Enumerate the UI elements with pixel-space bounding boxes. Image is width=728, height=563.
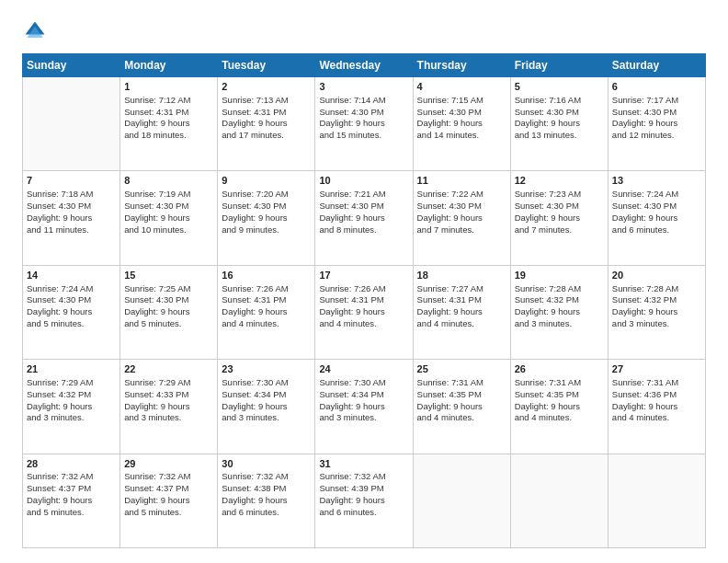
calendar-cell: 18Sunrise: 7:27 AMSunset: 4:31 PMDayligh… (413, 265, 510, 359)
calendar-week-row: 21Sunrise: 7:29 AMSunset: 4:32 PMDayligh… (23, 360, 706, 454)
calendar-cell: 3Sunrise: 7:14 AMSunset: 4:30 PMDaylight… (315, 77, 413, 171)
calendar-cell: 30Sunrise: 7:32 AMSunset: 4:38 PMDayligh… (218, 454, 315, 547)
day-number: 23 (222, 362, 311, 376)
calendar-cell (413, 454, 510, 547)
day-number: 26 (515, 362, 604, 376)
calendar-cell: 2Sunrise: 7:13 AMSunset: 4:31 PMDaylight… (218, 77, 315, 171)
day-number: 7 (27, 174, 116, 188)
day-number: 8 (124, 174, 213, 188)
page: SundayMondayTuesdayWednesdayThursdayFrid… (0, 0, 728, 563)
calendar-cell: 19Sunrise: 7:28 AMSunset: 4:32 PMDayligh… (510, 265, 608, 359)
calendar-cell: 25Sunrise: 7:31 AMSunset: 4:35 PMDayligh… (413, 360, 510, 454)
day-number: 30 (222, 457, 311, 471)
day-number: 5 (515, 80, 604, 94)
calendar-cell (510, 454, 608, 547)
day-number: 15 (124, 269, 213, 282)
weekday-header: Saturday (608, 54, 705, 77)
weekday-header: Tuesday (218, 54, 315, 77)
calendar-cell: 28Sunrise: 7:32 AMSunset: 4:37 PMDayligh… (23, 454, 120, 547)
calendar-table: SundayMondayTuesdayWednesdayThursdayFrid… (22, 53, 706, 548)
day-number: 22 (124, 362, 213, 376)
calendar-cell: 10Sunrise: 7:21 AMSunset: 4:30 PMDayligh… (315, 171, 413, 265)
calendar-cell: 4Sunrise: 7:15 AMSunset: 4:30 PMDaylight… (413, 77, 510, 171)
day-number: 14 (27, 269, 116, 282)
calendar-cell: 8Sunrise: 7:19 AMSunset: 4:30 PMDaylight… (120, 171, 218, 265)
calendar-cell: 11Sunrise: 7:22 AMSunset: 4:30 PMDayligh… (413, 171, 510, 265)
calendar-cell: 5Sunrise: 7:16 AMSunset: 4:30 PMDaylight… (510, 77, 608, 171)
day-number: 24 (319, 362, 408, 376)
calendar-cell: 27Sunrise: 7:31 AMSunset: 4:36 PMDayligh… (608, 360, 705, 454)
day-number: 18 (417, 269, 506, 282)
calendar-cell: 29Sunrise: 7:32 AMSunset: 4:37 PMDayligh… (120, 454, 218, 547)
calendar-cell: 17Sunrise: 7:26 AMSunset: 4:31 PMDayligh… (315, 265, 413, 359)
calendar-cell: 9Sunrise: 7:20 AMSunset: 4:30 PMDaylight… (218, 171, 315, 265)
day-number: 13 (612, 174, 701, 188)
logo (22, 18, 51, 44)
calendar-cell (23, 77, 120, 171)
calendar-week-row: 14Sunrise: 7:24 AMSunset: 4:30 PMDayligh… (23, 265, 706, 359)
header (22, 18, 706, 44)
logo-icon (22, 18, 48, 44)
day-number: 6 (612, 80, 701, 94)
day-number: 10 (319, 174, 408, 188)
day-number: 11 (417, 174, 506, 188)
calendar-cell: 23Sunrise: 7:30 AMSunset: 4:34 PMDayligh… (218, 360, 315, 454)
day-number: 27 (612, 362, 701, 376)
calendar-cell: 12Sunrise: 7:23 AMSunset: 4:30 PMDayligh… (510, 171, 608, 265)
day-number: 4 (417, 80, 506, 94)
day-number: 16 (222, 269, 311, 282)
day-number: 21 (27, 362, 116, 376)
calendar-week-row: 28Sunrise: 7:32 AMSunset: 4:37 PMDayligh… (23, 454, 706, 547)
day-number: 3 (319, 80, 408, 94)
calendar-week-row: 1Sunrise: 7:12 AMSunset: 4:31 PMDaylight… (23, 77, 706, 171)
weekday-header: Sunday (23, 54, 120, 77)
calendar-cell: 26Sunrise: 7:31 AMSunset: 4:35 PMDayligh… (510, 360, 608, 454)
calendar-cell: 1Sunrise: 7:12 AMSunset: 4:31 PMDaylight… (120, 77, 218, 171)
calendar-cell: 21Sunrise: 7:29 AMSunset: 4:32 PMDayligh… (23, 360, 120, 454)
day-number: 19 (515, 269, 604, 282)
calendar-cell: 16Sunrise: 7:26 AMSunset: 4:31 PMDayligh… (218, 265, 315, 359)
day-number: 28 (27, 457, 116, 471)
calendar-cell: 20Sunrise: 7:28 AMSunset: 4:32 PMDayligh… (608, 265, 705, 359)
calendar-cell: 22Sunrise: 7:29 AMSunset: 4:33 PMDayligh… (120, 360, 218, 454)
day-number: 12 (515, 174, 604, 188)
calendar-header-row: SundayMondayTuesdayWednesdayThursdayFrid… (23, 54, 706, 77)
weekday-header: Monday (120, 54, 218, 77)
calendar-cell: 15Sunrise: 7:25 AMSunset: 4:30 PMDayligh… (120, 265, 218, 359)
calendar-cell: 14Sunrise: 7:24 AMSunset: 4:30 PMDayligh… (23, 265, 120, 359)
day-number: 29 (124, 457, 213, 471)
weekday-header: Friday (510, 54, 608, 77)
day-number: 17 (319, 269, 408, 282)
calendar-cell (608, 454, 705, 547)
calendar-cell: 6Sunrise: 7:17 AMSunset: 4:30 PMDaylight… (608, 77, 705, 171)
day-number: 9 (222, 174, 311, 188)
calendar-cell: 13Sunrise: 7:24 AMSunset: 4:30 PMDayligh… (608, 171, 705, 265)
calendar-cell: 24Sunrise: 7:30 AMSunset: 4:34 PMDayligh… (315, 360, 413, 454)
weekday-header: Wednesday (315, 54, 413, 77)
calendar-cell: 7Sunrise: 7:18 AMSunset: 4:30 PMDaylight… (23, 171, 120, 265)
day-number: 20 (612, 269, 701, 282)
calendar-week-row: 7Sunrise: 7:18 AMSunset: 4:30 PMDaylight… (23, 171, 706, 265)
day-number: 31 (319, 457, 408, 471)
day-number: 25 (417, 362, 506, 376)
weekday-header: Thursday (413, 54, 510, 77)
calendar-cell: 31Sunrise: 7:32 AMSunset: 4:39 PMDayligh… (315, 454, 413, 547)
day-number: 1 (124, 80, 213, 94)
day-number: 2 (222, 80, 311, 94)
